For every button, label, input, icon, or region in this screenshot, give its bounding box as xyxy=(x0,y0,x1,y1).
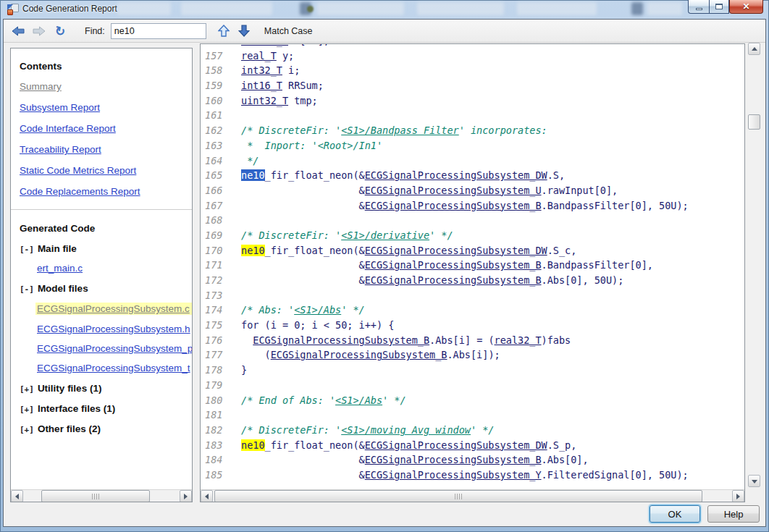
code-text: y; xyxy=(277,50,294,62)
contents-link-traceability-report[interactable]: Traceability Report xyxy=(20,144,192,156)
expand-icon[interactable]: [+] xyxy=(20,405,34,414)
tree-file-link-ecgsignalprocessingsubsystem-p[interactable]: ECGSignalProcessingSubsystem_p xyxy=(37,343,192,354)
code-link[interactable]: ECGSignalProcessingSubsystem_B xyxy=(365,200,542,211)
tree-file-link-ecgsignalprocessingsubsystem-h[interactable]: ECGSignalProcessingSubsystem.h xyxy=(37,324,192,334)
line-number: 175 xyxy=(205,318,224,333)
code-text: .FilteredSignal[0], 50U); xyxy=(542,469,689,481)
thumb-grip xyxy=(92,494,99,499)
maximize-button[interactable] xyxy=(709,0,729,14)
comment-text: ' incorporates: xyxy=(459,124,547,136)
refresh-button[interactable]: ↻ xyxy=(50,20,70,41)
code-line-182: 182/* DiscreteFir: '<S1>/moving Avg wind… xyxy=(205,423,744,438)
minimize-button[interactable] xyxy=(688,0,709,14)
expand-icon[interactable]: [+] xyxy=(20,384,34,394)
code-line-165: 165ne10_fir_float_neon(&ECGSignalProcess… xyxy=(205,168,744,183)
code-text: _fir_float_neon(& xyxy=(265,245,365,256)
code-link[interactable]: real32_T xyxy=(241,44,288,46)
code-line-172: 172 &ECGSignalProcessingSubsystem_B.Abs[… xyxy=(205,273,744,288)
code-line-176: 176 ECGSignalProcessingSubsystem_B.Abs[i… xyxy=(205,333,744,348)
comment-link[interactable]: <S1>/Abs xyxy=(335,394,382,406)
line-number: 157 xyxy=(205,48,224,64)
code-link[interactable]: int32_T xyxy=(241,64,282,76)
scroll-left-button[interactable] xyxy=(201,490,213,502)
code-link[interactable]: ECGSignalProcessingSubsystem_Y xyxy=(365,469,542,481)
code-link[interactable]: ECGSignalProcessingSubsystem_B xyxy=(253,334,429,346)
contents-link-code-interface-report[interactable]: Code Interface Report xyxy=(20,123,192,135)
line-number: 163 xyxy=(205,138,224,153)
contents-link-static-code-metrics-report[interactable]: Static Code Metrics Report xyxy=(20,165,192,177)
code-text: .BandpassFilter[0], xyxy=(542,259,653,271)
scrollbar-thumb[interactable] xyxy=(748,114,760,130)
code-line-171: 171 &ECGSignalProcessingSubsystem_B.Band… xyxy=(205,258,744,273)
scroll-left-button[interactable] xyxy=(11,490,23,502)
code-link[interactable]: ECGSignalProcessingSubsystem_B xyxy=(365,454,542,465)
comment-text: /* End of Abs: ' xyxy=(241,394,335,406)
scroll-right-button[interactable] xyxy=(732,490,744,502)
code-horizontal-scrollbar[interactable] xyxy=(201,489,744,502)
scroll-up-button[interactable] xyxy=(748,43,760,55)
tree-file-link-ecgsignalprocessingsubsystem-t[interactable]: ECGSignalProcessingSubsystem_t xyxy=(37,363,192,373)
scroll-down-button[interactable] xyxy=(748,475,760,487)
find-previous-button[interactable] xyxy=(215,22,232,40)
code-text: & xyxy=(241,185,365,196)
code-line-158: 158int32_T i; xyxy=(205,63,744,78)
expand-icon[interactable]: [+] xyxy=(20,425,34,434)
code-link[interactable]: ECGSignalProcessingSubsystem_B xyxy=(271,349,447,360)
code-link[interactable]: ECGSignalProcessingSubsystem_DW xyxy=(365,245,547,256)
code-line-184: 184 &ECGSignalProcessingSubsystem_B.Abs[… xyxy=(205,452,744,468)
comment-text: ' */ xyxy=(471,424,495,436)
help-button[interactable]: Help xyxy=(707,505,760,523)
tree-group-label: Other files (2) xyxy=(38,423,101,434)
comment-link[interactable]: <S1>/Bandpass Filter xyxy=(341,124,459,136)
line-number: 182 xyxy=(205,423,224,438)
code-link[interactable]: ECGSignalProcessingSubsystem_U xyxy=(365,185,542,196)
code-link[interactable]: ECGSignalProcessingSubsystem_B xyxy=(365,274,542,286)
comment-link[interactable]: <S1>/moving Avg window xyxy=(341,424,471,436)
match-case-toggle[interactable]: Match Case xyxy=(264,26,313,36)
code-link[interactable]: real32_T xyxy=(495,334,542,346)
code-text: _fir_float_neon(& xyxy=(265,439,365,451)
code-vertical-scrollbar[interactable] xyxy=(748,43,760,487)
code-link[interactable]: uint32_T xyxy=(241,95,288,106)
line-number: 161 xyxy=(205,108,224,123)
left-arrow-icon xyxy=(15,494,19,499)
back-button[interactable] xyxy=(9,22,27,40)
collapse-icon[interactable]: [-] xyxy=(20,245,34,254)
scrollbar-thumb[interactable] xyxy=(214,490,702,502)
code-link[interactable]: ECGSignalProcessingSubsystem_DW xyxy=(365,439,547,451)
forward-button[interactable] xyxy=(30,22,47,40)
tree-file-link-ecgsignalprocessingsubsystem-c[interactable]: ECGSignalProcessingSubsystem.c xyxy=(35,303,192,315)
background-window-ghost xyxy=(517,2,597,15)
line-number: 180 xyxy=(205,393,224,408)
titlebar[interactable]: Code Generation Report ✕ xyxy=(0,0,769,19)
comment-link[interactable]: <S1>/Abs xyxy=(294,304,341,316)
code-text: X[50]; xyxy=(288,44,329,46)
code-view-panel[interactable]: 156real32_T X[50];157real_T y;158int32_T… xyxy=(200,43,745,502)
code-link[interactable]: ECGSignalProcessingSubsystem_B xyxy=(365,259,542,271)
ok-button[interactable]: OK xyxy=(650,505,700,523)
scroll-right-button[interactable] xyxy=(180,490,192,502)
contents-link-subsystem-report[interactable]: Subsystem Report xyxy=(20,102,192,114)
contents-link-code-replacements-report[interactable]: Code Replacements Report xyxy=(20,186,192,198)
sidebar-horizontal-scrollbar[interactable] xyxy=(11,489,192,502)
code-text: & xyxy=(241,259,365,271)
comment-link[interactable]: <S1>/derivative xyxy=(341,229,429,241)
code-text: } xyxy=(241,364,247,376)
code-text: .S, xyxy=(547,169,565,181)
line-number: 179 xyxy=(205,378,224,393)
scrollbar-thumb[interactable] xyxy=(41,490,150,502)
line-number: 181 xyxy=(205,408,224,423)
find-input[interactable] xyxy=(111,23,206,39)
back-arrow-icon xyxy=(12,25,25,37)
find-next-button[interactable] xyxy=(235,22,253,40)
line-number: 160 xyxy=(205,93,224,109)
collapse-icon[interactable]: [-] xyxy=(20,284,34,294)
close-button[interactable]: ✕ xyxy=(729,0,763,14)
code-link[interactable]: ECGSignalProcessingSubsystem_DW xyxy=(365,169,547,181)
contents-link-summary[interactable]: Summary xyxy=(20,81,192,93)
tree-group-model-files: [-]Model files xyxy=(20,283,192,294)
code-link[interactable]: real_T xyxy=(241,50,277,62)
code-line-177: 177 (ECGSignalProcessingSubsystem_B.Abs[… xyxy=(205,347,744,363)
code-link[interactable]: int16_T xyxy=(241,80,282,91)
tree-file-link-ert-main-c[interactable]: ert_main.c xyxy=(37,263,192,274)
